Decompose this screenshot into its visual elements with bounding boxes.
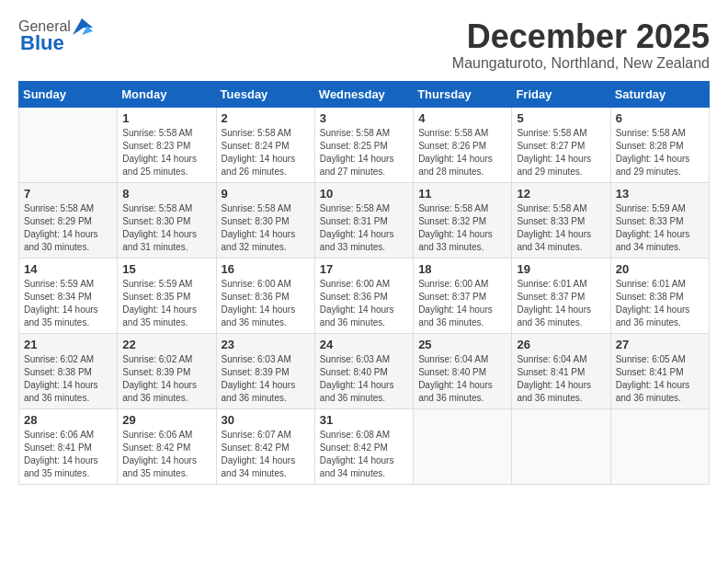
day-info: Sunrise: 6:07 AMSunset: 8:42 PMDaylight:… (222, 429, 310, 480)
calendar-week-row: 7Sunrise: 5:58 AMSunset: 8:29 PMDaylight… (19, 182, 710, 258)
day-number: 9 (222, 187, 310, 201)
calendar-cell: 15Sunrise: 5:59 AMSunset: 8:35 PMDayligh… (118, 258, 216, 333)
calendar-cell: 11Sunrise: 5:58 AMSunset: 8:32 PMDayligh… (414, 182, 512, 258)
calendar-cell: 29Sunrise: 6:06 AMSunset: 8:42 PMDayligh… (118, 408, 216, 484)
day-info: Sunrise: 5:58 AMSunset: 8:24 PMDaylight:… (222, 127, 310, 178)
calendar-cell: 28Sunrise: 6:06 AMSunset: 8:41 PMDayligh… (19, 408, 118, 484)
day-number: 24 (320, 338, 408, 351)
calendar-week-row: 28Sunrise: 6:06 AMSunset: 8:41 PMDayligh… (19, 408, 710, 484)
calendar-cell: 19Sunrise: 6:01 AMSunset: 8:37 PMDayligh… (512, 258, 610, 333)
day-info: Sunrise: 5:58 AMSunset: 8:30 PMDaylight:… (122, 202, 210, 254)
day-number: 15 (122, 262, 210, 276)
weekday-header: Sunday (19, 81, 118, 107)
day-info: Sunrise: 6:03 AMSunset: 8:40 PMDaylight:… (320, 353, 408, 405)
day-number: 25 (418, 338, 506, 351)
calendar-cell: 4Sunrise: 5:58 AMSunset: 8:26 PMDaylight… (414, 107, 512, 182)
day-info: Sunrise: 5:58 AMSunset: 8:25 PMDaylight:… (320, 127, 408, 178)
calendar-cell: 13Sunrise: 5:59 AMSunset: 8:33 PMDayligh… (610, 182, 709, 258)
day-info: Sunrise: 6:06 AMSunset: 8:41 PMDaylight:… (24, 429, 112, 480)
calendar-week-row: 14Sunrise: 5:59 AMSunset: 8:34 PMDayligh… (19, 258, 710, 333)
day-number: 1 (122, 111, 210, 125)
calendar-header-row: SundayMondayTuesdayWednesdayThursdayFrid… (19, 81, 710, 107)
calendar-cell: 31Sunrise: 6:08 AMSunset: 8:42 PMDayligh… (314, 408, 413, 484)
day-info: Sunrise: 6:03 AMSunset: 8:39 PMDaylight:… (222, 353, 310, 405)
calendar-table: SundayMondayTuesdayWednesdayThursdayFrid… (18, 81, 710, 485)
calendar-cell: 18Sunrise: 6:00 AMSunset: 8:37 PMDayligh… (414, 258, 512, 333)
calendar-cell: 30Sunrise: 6:07 AMSunset: 8:42 PMDayligh… (216, 408, 314, 484)
day-info: Sunrise: 6:02 AMSunset: 8:39 PMDaylight:… (122, 353, 210, 405)
day-number: 20 (616, 262, 704, 276)
weekday-header: Saturday (610, 81, 709, 107)
calendar-cell: 8Sunrise: 5:58 AMSunset: 8:30 PMDaylight… (118, 182, 216, 258)
calendar-cell: 20Sunrise: 6:01 AMSunset: 8:38 PMDayligh… (610, 258, 709, 333)
calendar-cell: 23Sunrise: 6:03 AMSunset: 8:39 PMDayligh… (216, 333, 314, 408)
calendar-cell: 17Sunrise: 6:00 AMSunset: 8:36 PMDayligh… (314, 258, 413, 333)
day-info: Sunrise: 5:58 AMSunset: 8:32 PMDaylight:… (418, 202, 506, 254)
day-number: 2 (222, 111, 310, 125)
day-number: 23 (222, 338, 310, 351)
weekday-header: Monday (118, 81, 216, 107)
logo-bird-icon (73, 18, 93, 35)
day-number: 22 (122, 338, 210, 351)
calendar-cell: 9Sunrise: 5:58 AMSunset: 8:30 PMDaylight… (216, 182, 314, 258)
day-number: 13 (616, 187, 704, 201)
calendar-week-row: 21Sunrise: 6:02 AMSunset: 8:38 PMDayligh… (19, 333, 710, 408)
day-number: 6 (616, 111, 704, 125)
day-info: Sunrise: 6:05 AMSunset: 8:41 PMDaylight:… (616, 353, 704, 405)
day-info: Sunrise: 6:00 AMSunset: 8:37 PMDaylight:… (418, 278, 506, 329)
calendar-cell (610, 408, 709, 484)
calendar-cell: 14Sunrise: 5:59 AMSunset: 8:34 PMDayligh… (19, 258, 118, 333)
day-number: 3 (320, 111, 408, 125)
title-block: December 2025 Maungaturoto, Northland, N… (452, 18, 710, 72)
weekday-header: Tuesday (216, 81, 314, 107)
calendar-cell (19, 107, 118, 182)
location-title: Maungaturoto, Northland, New Zealand (452, 55, 710, 72)
day-info: Sunrise: 6:01 AMSunset: 8:37 PMDaylight:… (517, 278, 605, 329)
day-number: 18 (418, 262, 506, 276)
day-info: Sunrise: 6:08 AMSunset: 8:42 PMDaylight:… (320, 429, 408, 480)
svg-marker-0 (73, 18, 93, 35)
day-number: 10 (320, 187, 408, 201)
day-info: Sunrise: 6:04 AMSunset: 8:41 PMDaylight:… (517, 353, 605, 405)
day-info: Sunrise: 6:01 AMSunset: 8:38 PMDaylight:… (616, 278, 704, 329)
calendar-cell: 27Sunrise: 6:05 AMSunset: 8:41 PMDayligh… (610, 333, 709, 408)
day-number: 7 (24, 187, 112, 201)
calendar-cell: 12Sunrise: 5:58 AMSunset: 8:33 PMDayligh… (512, 182, 610, 258)
calendar-cell: 2Sunrise: 5:58 AMSunset: 8:24 PMDaylight… (216, 107, 314, 182)
calendar-cell: 24Sunrise: 6:03 AMSunset: 8:40 PMDayligh… (314, 333, 413, 408)
calendar-cell: 10Sunrise: 5:58 AMSunset: 8:31 PMDayligh… (314, 182, 413, 258)
day-number: 29 (122, 413, 210, 427)
day-number: 30 (222, 413, 310, 427)
calendar-week-row: 1Sunrise: 5:58 AMSunset: 8:23 PMDaylight… (19, 107, 710, 182)
logo: General Blue (18, 18, 95, 55)
calendar-cell: 25Sunrise: 6:04 AMSunset: 8:40 PMDayligh… (414, 333, 512, 408)
page-header: General Blue December 2025 Maungaturoto,… (18, 18, 710, 72)
calendar-cell: 6Sunrise: 5:58 AMSunset: 8:28 PMDaylight… (610, 107, 709, 182)
day-number: 17 (320, 262, 408, 276)
calendar-cell: 5Sunrise: 5:58 AMSunset: 8:27 PMDaylight… (512, 107, 610, 182)
day-number: 11 (418, 187, 506, 201)
calendar-cell: 7Sunrise: 5:58 AMSunset: 8:29 PMDaylight… (19, 182, 118, 258)
day-number: 8 (122, 187, 210, 201)
weekday-header: Wednesday (314, 81, 413, 107)
day-info: Sunrise: 5:59 AMSunset: 8:34 PMDaylight:… (24, 278, 112, 329)
day-number: 14 (24, 262, 112, 276)
day-info: Sunrise: 6:04 AMSunset: 8:40 PMDaylight:… (418, 353, 506, 405)
calendar-cell: 26Sunrise: 6:04 AMSunset: 8:41 PMDayligh… (512, 333, 610, 408)
day-number: 4 (418, 111, 506, 125)
logo-blue-text: Blue (20, 31, 64, 55)
weekday-header: Friday (512, 81, 610, 107)
day-number: 5 (517, 111, 605, 125)
day-number: 27 (616, 338, 704, 351)
day-info: Sunrise: 5:59 AMSunset: 8:33 PMDaylight:… (616, 202, 704, 254)
calendar-cell: 3Sunrise: 5:58 AMSunset: 8:25 PMDaylight… (314, 107, 413, 182)
day-info: Sunrise: 5:58 AMSunset: 8:33 PMDaylight:… (517, 202, 605, 254)
day-info: Sunrise: 5:59 AMSunset: 8:35 PMDaylight:… (122, 278, 210, 329)
day-info: Sunrise: 6:06 AMSunset: 8:42 PMDaylight:… (122, 429, 210, 480)
day-info: Sunrise: 5:58 AMSunset: 8:31 PMDaylight:… (320, 202, 408, 254)
day-number: 19 (517, 262, 605, 276)
day-info: Sunrise: 6:00 AMSunset: 8:36 PMDaylight:… (320, 278, 408, 329)
day-info: Sunrise: 5:58 AMSunset: 8:28 PMDaylight:… (616, 127, 704, 178)
calendar-cell: 1Sunrise: 5:58 AMSunset: 8:23 PMDaylight… (118, 107, 216, 182)
day-info: Sunrise: 6:00 AMSunset: 8:36 PMDaylight:… (222, 278, 310, 329)
